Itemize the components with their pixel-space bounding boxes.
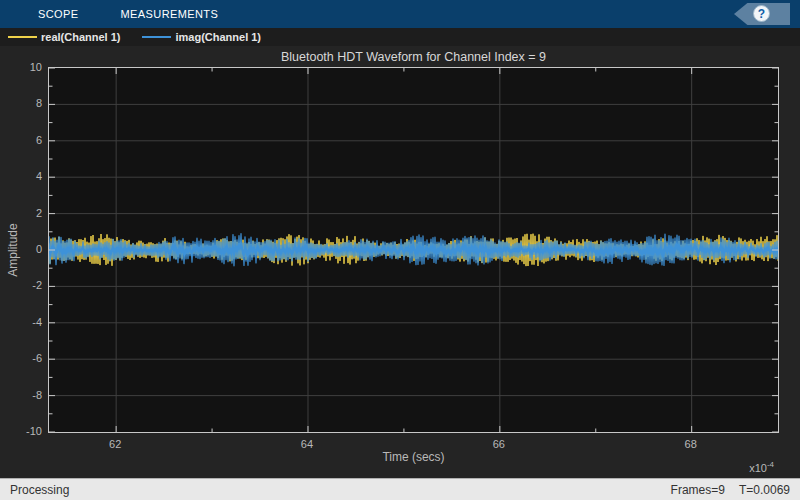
y-tick-label: -10 <box>2 425 42 437</box>
y-tick-label: -4 <box>2 316 42 328</box>
y-tick-label: 2 <box>2 207 42 219</box>
status-message: Processing <box>10 483 69 497</box>
x-tick-label: 62 <box>90 438 140 450</box>
real-line-swatch <box>8 36 37 38</box>
frames-counter: Frames=9 <box>671 483 725 497</box>
status-counters: Frames=9T=0.0069 <box>657 483 790 497</box>
x-tick-label: 68 <box>666 438 716 450</box>
help-button[interactable]: ? <box>734 3 790 25</box>
imag-line-swatch <box>142 36 171 38</box>
legend-label-imag: imag(Channel 1) <box>175 31 261 43</box>
legend-item-real[interactable]: real(Channel 1) <box>8 31 120 43</box>
legend-item-imag[interactable]: imag(Channel 1) <box>142 31 261 43</box>
legend-label-real: real(Channel 1) <box>41 31 120 43</box>
y-tick-label: 8 <box>2 97 42 109</box>
x-axis-label: Time (secs) <box>48 450 779 464</box>
x-tick-label: 66 <box>474 438 524 450</box>
time-counter: T=0.0069 <box>739 483 790 497</box>
y-tick-label: 10 <box>2 61 42 73</box>
y-tick-label: 4 <box>2 170 42 182</box>
y-tick-label: -6 <box>2 352 42 364</box>
legend: real(Channel 1) imag(Channel 1) <box>0 28 800 46</box>
y-tick-label: -2 <box>2 279 42 291</box>
plot-area[interactable] <box>48 67 779 433</box>
help-icon: ? <box>753 5 770 22</box>
y-tick-label: 6 <box>2 134 42 146</box>
chart-title: Bluetooth HDT Waveform for Channel Index… <box>48 50 779 64</box>
tab-scope[interactable]: SCOPE <box>38 0 79 28</box>
tab-measurements[interactable]: MEASUREMENTS <box>121 0 219 28</box>
scope-window: SCOPE MEASUREMENTS ? real(Channel 1) ima… <box>0 0 800 500</box>
status-bar: Processing Frames=9T=0.0069 <box>0 478 800 500</box>
y-tick-label: 0 <box>2 243 42 255</box>
y-tick-label: -8 <box>2 389 42 401</box>
waveform-canvas <box>49 68 778 432</box>
x-tick-label: 64 <box>282 438 332 450</box>
toolstrip: SCOPE MEASUREMENTS ? <box>0 0 800 28</box>
plot-region: Bluetooth HDT Waveform for Channel Index… <box>0 46 800 478</box>
x-axis-exponent: x10-4 <box>749 460 774 474</box>
